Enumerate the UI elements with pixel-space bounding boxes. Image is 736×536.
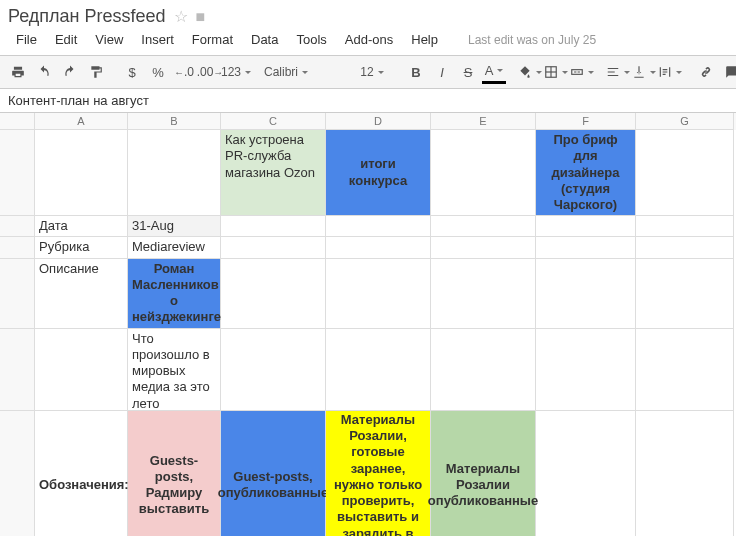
star-icon[interactable]: ☆	[174, 7, 188, 26]
col-header[interactable]: C	[221, 113, 326, 130]
cell[interactable]	[221, 216, 326, 237]
menu-file[interactable]: File	[8, 29, 45, 50]
cell[interactable]: Роман Масленников о нейзджекинге	[128, 259, 221, 329]
cell[interactable]	[431, 130, 536, 216]
merge-cells-button[interactable]	[570, 60, 594, 84]
cell[interactable]: Материалы Розалии, готовые заранее, нужн…	[326, 411, 431, 537]
cell[interactable]: Как устроена PR-служба магазина Ozon	[221, 130, 326, 216]
cell[interactable]	[536, 329, 636, 411]
cell[interactable]: Guests-posts, Радмиру выставить	[128, 411, 221, 537]
cell[interactable]: Рубрика	[35, 237, 128, 258]
formula-bar[interactable]: Контент-план на август	[0, 89, 736, 113]
toolbar: $ % ←.0 .00→ 123 Calibri 12 B I S A	[0, 55, 736, 89]
cell[interactable]	[35, 130, 128, 216]
cell[interactable]	[636, 259, 734, 329]
cell[interactable]	[35, 329, 128, 411]
undo-icon[interactable]	[32, 60, 56, 84]
menu-format[interactable]: Format	[184, 29, 241, 50]
menu-addons[interactable]: Add-ons	[337, 29, 401, 50]
insert-link-button[interactable]	[694, 60, 718, 84]
menubar: File Edit View Insert Format Data Tools …	[0, 29, 736, 55]
menu-view[interactable]: View	[87, 29, 131, 50]
cell[interactable]	[128, 130, 221, 216]
doc-title[interactable]: Редплан Pressfeed	[8, 6, 166, 27]
cell[interactable]	[636, 329, 734, 411]
cell[interactable]	[431, 259, 536, 329]
insert-comment-button[interactable]	[720, 60, 736, 84]
vertical-align-button[interactable]	[632, 60, 656, 84]
decrease-decimal-button[interactable]: ←.0	[172, 60, 196, 84]
italic-button[interactable]: I	[430, 60, 454, 84]
cell[interactable]: Mediareview	[128, 237, 221, 258]
col-header[interactable]: B	[128, 113, 221, 130]
col-header[interactable]: A	[35, 113, 128, 130]
print-icon[interactable]	[6, 60, 30, 84]
cell[interactable]: Дата	[35, 216, 128, 237]
cell[interactable]: итоги конкурса	[326, 130, 431, 216]
cell[interactable]: Про бриф для дизайнера (студия Чарского)	[536, 130, 636, 216]
redo-icon[interactable]	[58, 60, 82, 84]
font-family-select[interactable]: Calibri	[260, 60, 340, 84]
fill-color-button[interactable]	[518, 60, 542, 84]
cell[interactable]	[536, 216, 636, 237]
last-edit-text: Last edit was on July 25	[468, 33, 596, 47]
col-header[interactable]: E	[431, 113, 536, 130]
menu-tools[interactable]: Tools	[288, 29, 334, 50]
cell[interactable]	[536, 237, 636, 258]
cell[interactable]	[636, 237, 734, 258]
col-header[interactable]: G	[636, 113, 734, 130]
spreadsheet-grid: A B C D E F G Как устроена PR-служба маг…	[0, 113, 736, 536]
cell[interactable]	[221, 329, 326, 411]
horizontal-align-button[interactable]	[606, 60, 630, 84]
cell[interactable]	[536, 259, 636, 329]
cell[interactable]: Обозначения:	[35, 411, 128, 537]
borders-button[interactable]	[544, 60, 568, 84]
cell[interactable]: Описание	[35, 259, 128, 329]
menu-help[interactable]: Help	[403, 29, 446, 50]
cell[interactable]	[636, 130, 734, 216]
text-wrap-button[interactable]	[658, 60, 682, 84]
menu-data[interactable]: Data	[243, 29, 286, 50]
cell[interactable]	[221, 237, 326, 258]
increase-decimal-button[interactable]: .00→	[198, 60, 222, 84]
folder-icon[interactable]: ■	[196, 8, 206, 26]
currency-button[interactable]: $	[120, 60, 144, 84]
col-header[interactable]: F	[536, 113, 636, 130]
menu-insert[interactable]: Insert	[133, 29, 182, 50]
percent-button[interactable]: %	[146, 60, 170, 84]
strikethrough-button[interactable]: S	[456, 60, 480, 84]
number-format-button[interactable]: 123	[224, 60, 248, 84]
cell[interactable]	[431, 329, 536, 411]
cell[interactable]	[326, 216, 431, 237]
cell[interactable]	[221, 259, 326, 329]
cell[interactable]	[326, 237, 431, 258]
cell[interactable]: Guest-posts, опубликованные	[221, 411, 326, 537]
svg-rect-3	[572, 70, 583, 75]
cell[interactable]	[536, 411, 636, 537]
paint-format-icon[interactable]	[84, 60, 108, 84]
cell[interactable]: 31-Aug	[128, 216, 221, 237]
font-size-select[interactable]: 12	[352, 60, 392, 84]
text-color-button[interactable]: A	[482, 60, 506, 84]
cell[interactable]: Что произошло в мировых медиа за это лет…	[128, 329, 221, 411]
cell[interactable]	[636, 216, 734, 237]
cell[interactable]	[431, 216, 536, 237]
cell[interactable]	[636, 411, 734, 537]
cell[interactable]	[326, 329, 431, 411]
cell[interactable]	[431, 237, 536, 258]
cell[interactable]: Материалы Розалии опубликованные	[431, 411, 536, 537]
menu-edit[interactable]: Edit	[47, 29, 85, 50]
bold-button[interactable]: B	[404, 60, 428, 84]
col-header[interactable]: D	[326, 113, 431, 130]
cell[interactable]	[326, 259, 431, 329]
